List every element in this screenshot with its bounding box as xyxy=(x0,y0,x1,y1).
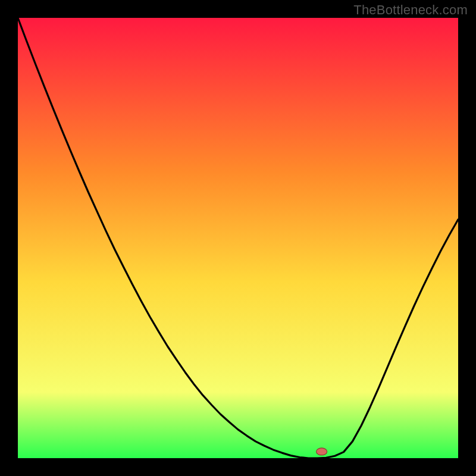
bottleneck-chart xyxy=(18,18,458,458)
plot-area xyxy=(18,18,458,458)
optimal-point-marker xyxy=(317,448,327,455)
watermark-text: TheBottleneck.com xyxy=(353,2,468,18)
gradient-background xyxy=(18,18,458,458)
chart-frame: TheBottleneck.com xyxy=(0,0,476,476)
